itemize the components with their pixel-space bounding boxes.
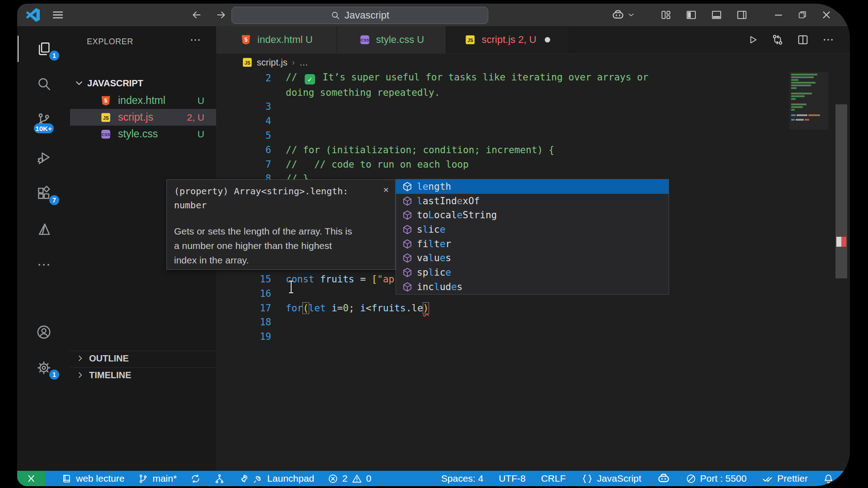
copilot-icon[interactable] [611, 8, 625, 22]
suggest-item-lastIndexOf[interactable]: lastIndexOf [396, 194, 669, 208]
book-icon [61, 474, 72, 484]
suggest-label: lastIndexOf [417, 196, 480, 206]
status-encoding[interactable]: UTF-8 [499, 473, 526, 484]
suggest-item-filter[interactable]: filter [396, 237, 669, 251]
status-language[interactable]: JavaScript [581, 473, 642, 484]
command-center-search[interactable]: Javascript [231, 7, 488, 24]
git-status-badge: 2, U [187, 112, 204, 123]
file-item-style.css[interactable]: CSSstyle.cssU [70, 126, 216, 142]
restore-icon[interactable] [797, 10, 807, 20]
status-prettier[interactable]: Prettier [762, 473, 808, 484]
property-cube-icon [402, 282, 413, 292]
activity-item-more-views[interactable] [17, 250, 70, 279]
code-line[interactable]: 18 [216, 315, 850, 330]
remote-indicator[interactable] [17, 471, 45, 486]
outline-section[interactable]: OUTLINE [70, 351, 216, 366]
forward-icon[interactable] [215, 9, 227, 21]
status-notifications[interactable] [823, 474, 834, 484]
activity-item-account[interactable] [17, 318, 70, 347]
close-icon[interactable] [821, 9, 832, 20]
line-content: const fruits = ["ap [286, 274, 394, 285]
code-line[interactable]: 7// // code to run on each loop [216, 157, 850, 172]
tooltip-close-icon[interactable]: × [383, 184, 389, 195]
search-text: Javascript [344, 9, 389, 21]
suggest-item-splice[interactable]: splice [396, 265, 669, 280]
status-copilot-status[interactable] [657, 472, 670, 485]
suggest-item-length[interactable]: length [396, 179, 669, 194]
back-icon[interactable] [191, 9, 203, 21]
code-line[interactable]: 17for(let i=0; i<fruits.le) [216, 301, 850, 315]
split-editor-icon[interactable] [797, 33, 809, 46]
code-line[interactable]: 4 [216, 114, 850, 128]
scrollbar[interactable] [835, 104, 847, 278]
customize-layout-icon[interactable] [660, 9, 672, 21]
breadcrumb-more[interactable]: … [299, 57, 308, 68]
status-label: Port : 5500 [700, 473, 747, 484]
chevron-down-icon[interactable] [627, 11, 635, 19]
file-item-index.html[interactable]: 5index.htmlU [70, 92, 216, 109]
more-actions-icon[interactable] [822, 33, 835, 46]
activity-item-prism[interactable] [17, 215, 70, 244]
status-launchpad[interactable]: Launchpad [238, 473, 314, 484]
code-line[interactable]: 6// for (initialization; condition; incr… [216, 143, 850, 157]
code-line[interactable]: 2// ✓ It’s super useful for tasks like i… [216, 71, 850, 85]
folder-javascript[interactable]: JAVASCRIPT [75, 76, 212, 90]
line-number: 7 [216, 159, 271, 170]
checkdouble-icon [762, 474, 773, 484]
file-item-script.js[interactable]: JSscript.js2, U [70, 109, 216, 126]
activity-item-search[interactable] [17, 69, 70, 98]
code-line[interactable]: doing something repeatedly. [216, 85, 850, 100]
code-line[interactable]: 5 [216, 128, 850, 143]
status-eol[interactable]: CRLF [541, 473, 566, 484]
activity-bar: 110K+71 [17, 26, 70, 471]
account-icon [36, 324, 52, 340]
toggle-sidebar-icon[interactable] [685, 9, 697, 21]
explorer-more-icon[interactable]: ⋯ [190, 33, 202, 46]
toggle-panel-icon[interactable] [711, 9, 722, 21]
status-problems[interactable]: 20 [328, 473, 371, 484]
property-cube-icon [402, 196, 413, 206]
status-git-branch[interactable]: main* [138, 473, 177, 484]
line-number: 4 [216, 116, 271, 127]
minimize-icon[interactable] [773, 9, 784, 20]
status-indentation[interactable]: Spaces: 4 [441, 473, 483, 484]
activity-item-extensions[interactable]: 7 [17, 179, 70, 208]
modified-dot-icon[interactable] [545, 37, 550, 42]
suggest-item-includes[interactable]: includes [396, 280, 669, 294]
minimap[interactable] [789, 72, 828, 130]
suggest-item-toLocaleString[interactable]: toLocaleString [396, 208, 669, 222]
status-live-server-port[interactable]: Port : 5500 [686, 473, 747, 484]
tab-script.js[interactable]: JSscript.js 2, U [446, 26, 569, 53]
css-file-icon: CSS [100, 128, 112, 140]
tab-index.html[interactable]: 5index.html U [216, 26, 337, 53]
code-line[interactable]: 3 [216, 100, 850, 114]
suggest-label: values [417, 253, 451, 263]
breadcrumb-file[interactable]: script.js [257, 57, 288, 68]
activity-item-explorer[interactable]: 1 [17, 34, 70, 63]
status-sync[interactable] [190, 474, 201, 484]
open-changes-icon[interactable] [771, 33, 784, 46]
menu-icon[interactable] [52, 9, 64, 21]
timeline-section[interactable]: TIMELINE [70, 367, 216, 382]
status-profile[interactable]: web lecture [61, 473, 124, 484]
activity-item-settings[interactable]: 1 [17, 353, 70, 382]
tab-style.css[interactable]: CSSstyle.css U [337, 26, 446, 53]
suggest-item-slice[interactable]: slice [396, 222, 669, 237]
run-icon[interactable] [747, 34, 759, 46]
overview-error-marker [836, 237, 846, 247]
toggle-secondary-sidebar-icon[interactable] [736, 9, 748, 21]
css-file-icon: CSS [359, 34, 371, 46]
activity-item-source-control[interactable]: 10K+ [17, 105, 70, 134]
status-label: JavaScript [597, 473, 642, 484]
tooltip-signature: (property) Array<string>.length: [174, 184, 388, 198]
braces-icon [581, 474, 593, 484]
line-content: // ✓ It’s super useful for tasks like it… [286, 72, 648, 84]
status-source-graph[interactable] [214, 474, 225, 484]
check-emoji-icon: ✓ [305, 74, 315, 84]
line-content: for(let i=0; i<fruits.le) [286, 303, 429, 314]
sync-icon [190, 474, 201, 484]
suggest-item-values[interactable]: values [396, 251, 669, 265]
activity-item-run-debug[interactable] [17, 143, 70, 172]
code-line[interactable]: 19 [216, 329, 850, 344]
status-label: main* [152, 473, 177, 484]
